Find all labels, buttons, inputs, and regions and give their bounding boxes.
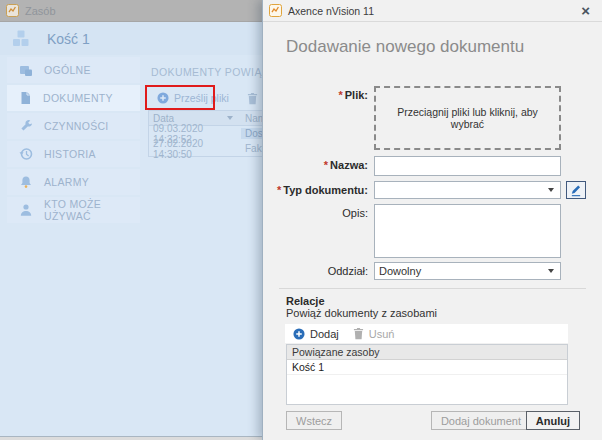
nvision-logo-icon <box>6 4 19 17</box>
nazwa-label: *Nazwa: <box>263 156 374 176</box>
resource-cubes-icon <box>11 30 31 47</box>
remove-relation-button[interactable]: Usuń <box>353 327 395 340</box>
related-resources-table: Powiązane zasoby Kość 1 <box>286 344 568 405</box>
add-document-dialog: Axence nVision 11 × Dodawanie nowego dok… <box>262 0 602 440</box>
sidebar-item-label: KTO MOŻE UŻYWAĆ <box>44 198 140 222</box>
history-icon <box>19 147 33 161</box>
sidebar-item-alarmy[interactable]: ALARMY <box>7 169 140 195</box>
close-icon[interactable]: × <box>579 3 592 18</box>
general-icon <box>19 64 33 77</box>
oddzial-label: Oddział: <box>263 262 374 280</box>
sort-arrow-icon <box>227 116 233 120</box>
plik-label: *Plik: <box>263 86 374 150</box>
sidebar-item-label: CZYNNOŚCI <box>44 120 109 132</box>
person-icon <box>19 203 33 217</box>
wrench-icon <box>19 120 33 133</box>
nvision-logo-icon <box>269 4 282 17</box>
trash-icon <box>247 92 258 105</box>
sidebar-item-label: HISTORIA <box>44 148 96 160</box>
sidebar-item-historia[interactable]: HISTORIA <box>7 141 140 167</box>
dialog-footer: Wstecz Dodaj dokument Anuluj <box>263 399 602 440</box>
add-document-button[interactable]: Dodaj dokument <box>431 411 531 430</box>
resource-window-title: Zasób <box>25 5 56 17</box>
required-marker: * <box>277 184 281 196</box>
list-item[interactable]: Kość 1 <box>287 360 567 375</box>
resource-title: Kość 1 <box>47 31 90 47</box>
typ-dokumentu-label: *Typ dokumentu: <box>263 181 374 199</box>
sidebar-item-label: ALARMY <box>44 176 89 188</box>
back-button[interactable]: Wstecz <box>286 411 342 430</box>
sidebar-item-label: DOKUMENTY <box>43 92 113 104</box>
page-title: Dodawanie nowego dokumentu <box>286 37 602 57</box>
sidebar-item-dokumenty[interactable]: DOKUMENTY <box>7 85 140 111</box>
dialog-title: Axence nVision 11 <box>288 5 573 17</box>
plus-circle-icon <box>293 328 305 340</box>
oddzial-value: Dowolny <box>379 265 548 277</box>
related-resources-header: Powiązane zasoby <box>287 345 567 360</box>
plik-row: *Plik: Przeciągnij pliki lub kliknij, ab… <box>263 86 602 150</box>
typ-dokumentu-select[interactable] <box>374 181 561 199</box>
chevron-down-icon <box>548 269 554 273</box>
resource-sidebar: OGÓLNE DOKUMENTY CZYNNOŚCI HISTORIA <box>7 57 140 225</box>
screen: Zasób Kość 1 OGÓLNE DOKUMENTY <box>0 0 602 440</box>
opis-label: Opis: <box>263 204 374 258</box>
trash-icon <box>353 327 364 340</box>
oddzial-select[interactable]: Dowolny <box>374 262 561 280</box>
relations-subtitle: Powiąż dokumenty z zasobami <box>286 307 568 319</box>
opis-row: Opis: <box>263 204 602 258</box>
nazwa-row: *Nazwa: <box>263 156 602 176</box>
nazwa-input[interactable] <box>374 156 561 176</box>
dialog-titlebar: Axence nVision 11 × <box>263 0 602 22</box>
opis-textarea[interactable] <box>374 204 561 258</box>
sidebar-item-kto-moze-uzywac[interactable]: KTO MOŻE UŻYWAĆ <box>7 197 140 223</box>
pencil-icon <box>570 184 582 197</box>
document-icon <box>19 91 32 105</box>
upload-files-button[interactable]: Prześlij pliki <box>151 87 235 109</box>
sidebar-item-ogolne[interactable]: OGÓLNE <box>7 57 140 83</box>
section-divider <box>279 288 586 289</box>
sidebar-item-label: OGÓLNE <box>44 64 91 76</box>
file-dropzone[interactable]: Przeciągnij pliki lub kliknij, aby wybra… <box>374 86 561 150</box>
plus-circle-icon <box>157 92 169 104</box>
required-marker: * <box>324 159 328 171</box>
edit-document-type-button[interactable] <box>566 181 586 199</box>
relations-toolbar: Dodaj Usuń <box>285 324 568 343</box>
relations-title: Relacje <box>286 295 568 307</box>
typ-dokumentu-row: *Typ dokumentu: <box>263 181 602 199</box>
relations-section: Relacje Powiąż dokumenty z zasobami Doda… <box>286 295 568 405</box>
add-relation-button[interactable]: Dodaj <box>293 328 339 340</box>
sidebar-item-czynnosci[interactable]: CZYNNOŚCI <box>7 113 140 139</box>
chevron-down-icon <box>548 188 554 192</box>
oddzial-row: Oddział: Dowolny <box>263 262 602 280</box>
bell-icon <box>19 175 33 189</box>
cancel-button[interactable]: Anuluj <box>526 411 580 430</box>
required-marker: * <box>338 89 342 101</box>
